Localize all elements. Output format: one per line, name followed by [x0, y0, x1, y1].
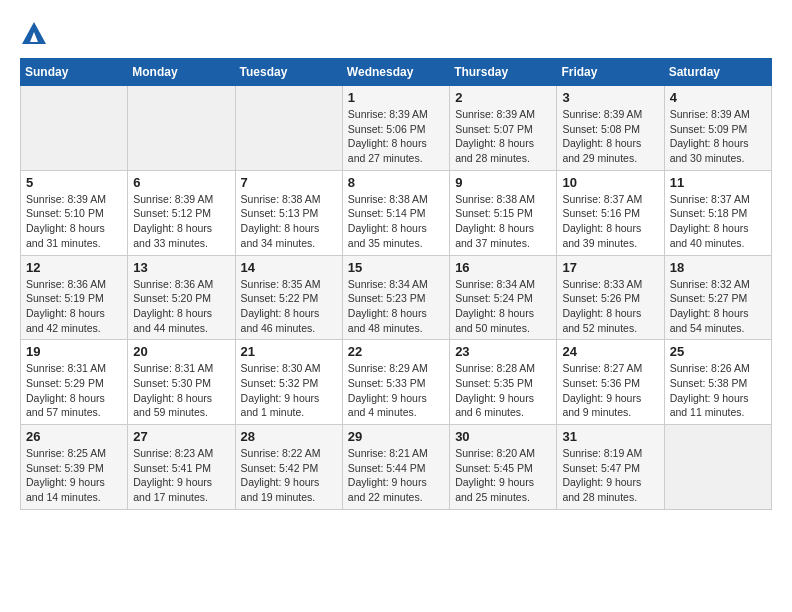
day-info: Sunrise: 8:38 AM Sunset: 5:13 PM Dayligh…	[241, 192, 337, 251]
day-number: 1	[348, 90, 444, 105]
calendar-cell: 28Sunrise: 8:22 AM Sunset: 5:42 PM Dayli…	[235, 425, 342, 510]
calendar-cell: 30Sunrise: 8:20 AM Sunset: 5:45 PM Dayli…	[450, 425, 557, 510]
calendar-cell: 24Sunrise: 8:27 AM Sunset: 5:36 PM Dayli…	[557, 340, 664, 425]
day-info: Sunrise: 8:39 AM Sunset: 5:07 PM Dayligh…	[455, 107, 551, 166]
calendar-cell	[664, 425, 771, 510]
day-info: Sunrise: 8:37 AM Sunset: 5:16 PM Dayligh…	[562, 192, 658, 251]
calendar-cell: 14Sunrise: 8:35 AM Sunset: 5:22 PM Dayli…	[235, 255, 342, 340]
day-number: 29	[348, 429, 444, 444]
day-info: Sunrise: 8:30 AM Sunset: 5:32 PM Dayligh…	[241, 361, 337, 420]
day-info: Sunrise: 8:39 AM Sunset: 5:08 PM Dayligh…	[562, 107, 658, 166]
calendar-cell: 4Sunrise: 8:39 AM Sunset: 5:09 PM Daylig…	[664, 86, 771, 171]
day-number: 17	[562, 260, 658, 275]
calendar-cell: 20Sunrise: 8:31 AM Sunset: 5:30 PM Dayli…	[128, 340, 235, 425]
weekday-header-sunday: Sunday	[21, 59, 128, 86]
calendar-cell: 23Sunrise: 8:28 AM Sunset: 5:35 PM Dayli…	[450, 340, 557, 425]
day-number: 30	[455, 429, 551, 444]
calendar-table: SundayMondayTuesdayWednesdayThursdayFrid…	[20, 58, 772, 510]
day-info: Sunrise: 8:36 AM Sunset: 5:20 PM Dayligh…	[133, 277, 229, 336]
day-info: Sunrise: 8:35 AM Sunset: 5:22 PM Dayligh…	[241, 277, 337, 336]
day-number: 2	[455, 90, 551, 105]
day-number: 9	[455, 175, 551, 190]
calendar-cell: 16Sunrise: 8:34 AM Sunset: 5:24 PM Dayli…	[450, 255, 557, 340]
calendar-cell	[235, 86, 342, 171]
day-number: 31	[562, 429, 658, 444]
day-info: Sunrise: 8:34 AM Sunset: 5:23 PM Dayligh…	[348, 277, 444, 336]
calendar-cell: 3Sunrise: 8:39 AM Sunset: 5:08 PM Daylig…	[557, 86, 664, 171]
day-info: Sunrise: 8:28 AM Sunset: 5:35 PM Dayligh…	[455, 361, 551, 420]
weekday-header-thursday: Thursday	[450, 59, 557, 86]
calendar-cell	[21, 86, 128, 171]
day-number: 16	[455, 260, 551, 275]
day-info: Sunrise: 8:29 AM Sunset: 5:33 PM Dayligh…	[348, 361, 444, 420]
day-number: 26	[26, 429, 122, 444]
day-info: Sunrise: 8:27 AM Sunset: 5:36 PM Dayligh…	[562, 361, 658, 420]
day-number: 12	[26, 260, 122, 275]
day-info: Sunrise: 8:19 AM Sunset: 5:47 PM Dayligh…	[562, 446, 658, 505]
calendar-cell: 26Sunrise: 8:25 AM Sunset: 5:39 PM Dayli…	[21, 425, 128, 510]
day-number: 6	[133, 175, 229, 190]
day-info: Sunrise: 8:32 AM Sunset: 5:27 PM Dayligh…	[670, 277, 766, 336]
calendar-cell: 8Sunrise: 8:38 AM Sunset: 5:14 PM Daylig…	[342, 170, 449, 255]
day-number: 13	[133, 260, 229, 275]
day-info: Sunrise: 8:23 AM Sunset: 5:41 PM Dayligh…	[133, 446, 229, 505]
calendar-cell: 17Sunrise: 8:33 AM Sunset: 5:26 PM Dayli…	[557, 255, 664, 340]
calendar-cell: 7Sunrise: 8:38 AM Sunset: 5:13 PM Daylig…	[235, 170, 342, 255]
day-number: 14	[241, 260, 337, 275]
day-number: 11	[670, 175, 766, 190]
calendar-cell: 18Sunrise: 8:32 AM Sunset: 5:27 PM Dayli…	[664, 255, 771, 340]
page-header	[20, 20, 772, 48]
day-number: 18	[670, 260, 766, 275]
day-info: Sunrise: 8:38 AM Sunset: 5:14 PM Dayligh…	[348, 192, 444, 251]
day-info: Sunrise: 8:25 AM Sunset: 5:39 PM Dayligh…	[26, 446, 122, 505]
day-info: Sunrise: 8:38 AM Sunset: 5:15 PM Dayligh…	[455, 192, 551, 251]
day-number: 5	[26, 175, 122, 190]
calendar-cell: 9Sunrise: 8:38 AM Sunset: 5:15 PM Daylig…	[450, 170, 557, 255]
day-info: Sunrise: 8:33 AM Sunset: 5:26 PM Dayligh…	[562, 277, 658, 336]
weekday-header-tuesday: Tuesday	[235, 59, 342, 86]
day-number: 4	[670, 90, 766, 105]
day-number: 8	[348, 175, 444, 190]
calendar-cell: 15Sunrise: 8:34 AM Sunset: 5:23 PM Dayli…	[342, 255, 449, 340]
weekday-header-saturday: Saturday	[664, 59, 771, 86]
calendar-header-row: SundayMondayTuesdayWednesdayThursdayFrid…	[21, 59, 772, 86]
weekday-header-monday: Monday	[128, 59, 235, 86]
calendar-cell: 6Sunrise: 8:39 AM Sunset: 5:12 PM Daylig…	[128, 170, 235, 255]
day-number: 7	[241, 175, 337, 190]
day-number: 25	[670, 344, 766, 359]
calendar-week-3: 12Sunrise: 8:36 AM Sunset: 5:19 PM Dayli…	[21, 255, 772, 340]
calendar-cell: 19Sunrise: 8:31 AM Sunset: 5:29 PM Dayli…	[21, 340, 128, 425]
day-number: 19	[26, 344, 122, 359]
logo-icon	[20, 20, 48, 48]
day-number: 23	[455, 344, 551, 359]
day-info: Sunrise: 8:31 AM Sunset: 5:29 PM Dayligh…	[26, 361, 122, 420]
day-number: 15	[348, 260, 444, 275]
day-info: Sunrise: 8:39 AM Sunset: 5:10 PM Dayligh…	[26, 192, 122, 251]
calendar-cell: 21Sunrise: 8:30 AM Sunset: 5:32 PM Dayli…	[235, 340, 342, 425]
calendar-cell: 25Sunrise: 8:26 AM Sunset: 5:38 PM Dayli…	[664, 340, 771, 425]
calendar-cell: 12Sunrise: 8:36 AM Sunset: 5:19 PM Dayli…	[21, 255, 128, 340]
day-number: 22	[348, 344, 444, 359]
calendar-week-4: 19Sunrise: 8:31 AM Sunset: 5:29 PM Dayli…	[21, 340, 772, 425]
calendar-cell: 2Sunrise: 8:39 AM Sunset: 5:07 PM Daylig…	[450, 86, 557, 171]
day-number: 10	[562, 175, 658, 190]
day-info: Sunrise: 8:21 AM Sunset: 5:44 PM Dayligh…	[348, 446, 444, 505]
weekday-header-wednesday: Wednesday	[342, 59, 449, 86]
day-number: 20	[133, 344, 229, 359]
day-info: Sunrise: 8:36 AM Sunset: 5:19 PM Dayligh…	[26, 277, 122, 336]
day-number: 28	[241, 429, 337, 444]
day-info: Sunrise: 8:39 AM Sunset: 5:06 PM Dayligh…	[348, 107, 444, 166]
day-info: Sunrise: 8:39 AM Sunset: 5:12 PM Dayligh…	[133, 192, 229, 251]
day-info: Sunrise: 8:20 AM Sunset: 5:45 PM Dayligh…	[455, 446, 551, 505]
day-number: 3	[562, 90, 658, 105]
calendar-cell: 29Sunrise: 8:21 AM Sunset: 5:44 PM Dayli…	[342, 425, 449, 510]
day-info: Sunrise: 8:31 AM Sunset: 5:30 PM Dayligh…	[133, 361, 229, 420]
calendar-week-1: 1Sunrise: 8:39 AM Sunset: 5:06 PM Daylig…	[21, 86, 772, 171]
calendar-cell: 22Sunrise: 8:29 AM Sunset: 5:33 PM Dayli…	[342, 340, 449, 425]
calendar-cell	[128, 86, 235, 171]
calendar-cell: 13Sunrise: 8:36 AM Sunset: 5:20 PM Dayli…	[128, 255, 235, 340]
calendar-cell: 11Sunrise: 8:37 AM Sunset: 5:18 PM Dayli…	[664, 170, 771, 255]
calendar-cell: 10Sunrise: 8:37 AM Sunset: 5:16 PM Dayli…	[557, 170, 664, 255]
day-info: Sunrise: 8:37 AM Sunset: 5:18 PM Dayligh…	[670, 192, 766, 251]
calendar-week-2: 5Sunrise: 8:39 AM Sunset: 5:10 PM Daylig…	[21, 170, 772, 255]
